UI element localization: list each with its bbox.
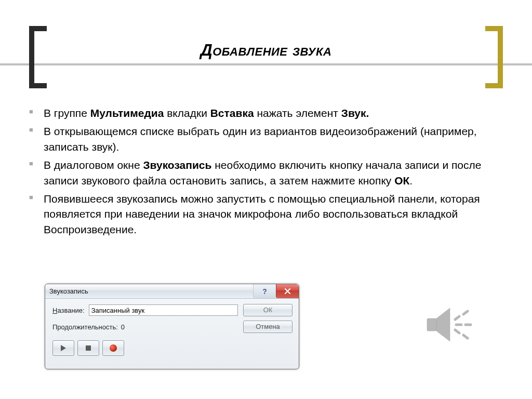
dialog-titlebar[interactable]: Звукозапись ? [45, 284, 299, 299]
window-buttons: ? [253, 284, 299, 298]
duration-value: 0 [121, 323, 125, 331]
text-run: вкладки [164, 107, 210, 119]
play-button[interactable] [52, 340, 74, 356]
ok-button[interactable]: ОК [243, 304, 292, 316]
sound-record-dialog: Звукозапись ? Название: ОК Продолжительн… [45, 284, 299, 369]
duration-label: Продолжительность: [52, 323, 118, 331]
help-button[interactable]: ? [253, 284, 276, 298]
bold-text: Звук. [341, 107, 369, 119]
bold-text: Звукозапись [143, 159, 211, 171]
transport-controls [52, 340, 238, 356]
record-button[interactable] [102, 340, 124, 356]
cancel-button[interactable]: Отмена [243, 321, 292, 333]
svg-rect-0 [427, 318, 436, 331]
close-button[interactable] [276, 284, 299, 298]
page-title: Добавление звука [0, 41, 532, 60]
play-icon [61, 345, 66, 351]
text-run: Появившееся звукозапись можно запустить … [44, 193, 480, 235]
bullet-list: В группе Мультимедиа вкладки Вставка наж… [29, 105, 503, 237]
header-rule [0, 63, 532, 65]
list-item: В группе Мультимедиа вкладки Вставка наж… [29, 105, 503, 121]
list-item: Появившееся звукозапись можно запустить … [29, 191, 503, 237]
text-run: В диалоговом окне [44, 159, 143, 171]
dialog-body: Название: ОК Продолжительность: 0 Отмена [45, 299, 299, 360]
list-item: В открывающемся списке выбрать один из в… [29, 124, 503, 154]
speaker-icon [423, 299, 485, 351]
text-run: В группе [44, 107, 90, 119]
bold-text: ОК [394, 175, 409, 187]
record-icon [110, 344, 117, 352]
help-icon: ? [262, 287, 267, 296]
bold-text: Вставка [210, 107, 254, 119]
dialog-title: Звукозапись [49, 287, 88, 295]
content-area: В группе Мультимедиа вкладки Вставка наж… [29, 105, 503, 240]
close-icon [284, 288, 291, 294]
list-item: В диалоговом окне Звукозапись необходимо… [29, 157, 503, 188]
text-run: В открывающемся списке выбрать один из в… [44, 125, 477, 152]
name-row: Название: [52, 304, 238, 316]
text-run: . [409, 175, 413, 187]
duration-row: Продолжительность: 0 [52, 323, 238, 331]
stop-button[interactable] [77, 340, 99, 356]
stop-icon [86, 345, 91, 351]
name-input[interactable] [89, 304, 238, 316]
text-run: нажать элемент [254, 107, 341, 119]
name-label: Название: [52, 307, 85, 314]
bold-text: Мультимедиа [90, 107, 164, 119]
